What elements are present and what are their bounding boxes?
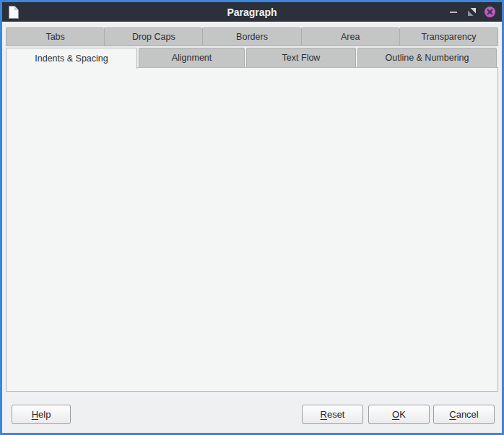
document-icon xyxy=(9,6,19,19)
tab-row-secondary: Tabs Drop Caps Borders Area Transparency xyxy=(6,27,498,46)
window-title: Paragraph xyxy=(2,7,502,18)
tab-outline-numbering[interactable]: Outline & Numbering xyxy=(357,48,497,68)
tab-borders[interactable]: Borders xyxy=(202,27,300,46)
ok-button[interactable]: OK xyxy=(368,405,430,424)
window-controls xyxy=(448,7,502,18)
tab-alignment[interactable]: Alignment xyxy=(139,48,245,68)
help-button[interactable]: Help xyxy=(12,405,71,424)
minimize-icon xyxy=(450,12,457,13)
tab-indents-spacing[interactable]: Indents & Spacing xyxy=(6,48,137,69)
tab-tabs[interactable]: Tabs xyxy=(6,27,104,46)
restore-icon xyxy=(468,8,476,16)
tab-drop-caps[interactable]: Drop Caps xyxy=(104,27,202,46)
close-button[interactable] xyxy=(484,7,495,18)
titlebar[interactable]: Paragraph xyxy=(2,2,502,22)
restore-button[interactable] xyxy=(466,7,477,18)
close-icon xyxy=(485,7,495,17)
paragraph-dialog: Paragraph Tabs xyxy=(0,0,504,435)
cancel-button[interactable]: Cancel xyxy=(433,405,495,424)
tab-transparency[interactable]: Transparency xyxy=(399,27,498,46)
tab-page-indents-spacing xyxy=(6,67,498,392)
tab-text-flow[interactable]: Text Flow xyxy=(246,48,356,68)
minimize-button[interactable] xyxy=(448,7,459,18)
reset-button[interactable]: Reset xyxy=(302,405,363,424)
tab-row-primary: Indents & Spacing Alignment Text Flow Ou… xyxy=(6,48,498,68)
tab-area[interactable]: Area xyxy=(301,27,399,46)
